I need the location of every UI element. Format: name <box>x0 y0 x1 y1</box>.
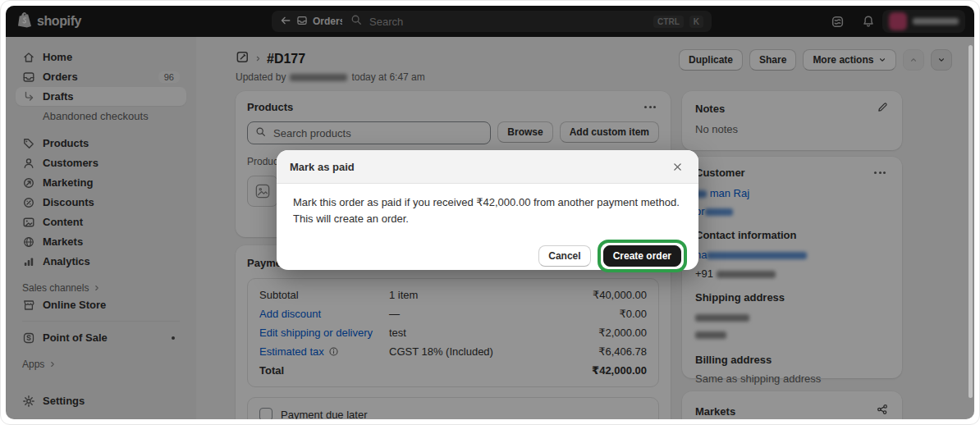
cancel-button[interactable]: Cancel <box>538 245 590 267</box>
close-icon[interactable] <box>669 158 685 175</box>
browser-frame: shopify Orders CTRL K <box>0 0 980 425</box>
app-window: shopify Orders CTRL K <box>6 6 974 419</box>
mark-as-paid-modal: Mark as paid Mark this order as paid if … <box>277 150 698 270</box>
create-order-button[interactable]: Create order <box>603 245 681 267</box>
modal-footer: Cancel Create order <box>277 238 698 272</box>
modal-header: Mark as paid <box>277 150 698 184</box>
modal-body-text: Mark this order as paid if you received … <box>277 184 698 238</box>
modal-title: Mark as paid <box>290 161 355 173</box>
annotation-highlight-ring: Create order <box>598 240 687 272</box>
scrollbar-thumb[interactable] <box>969 45 973 398</box>
